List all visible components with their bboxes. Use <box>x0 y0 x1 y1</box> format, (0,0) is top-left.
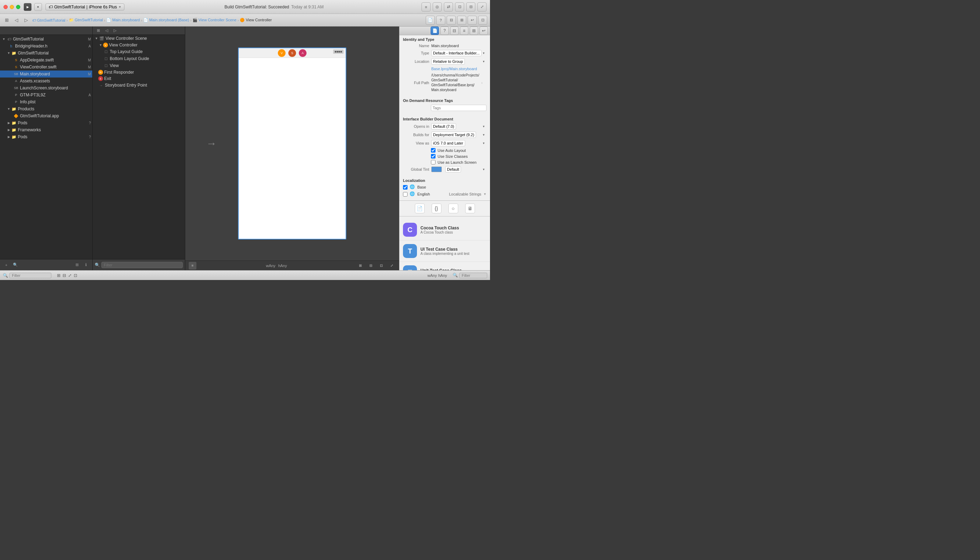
breadcrumb-mainstoryboard[interactable]: 📄 Main.storyboard <box>106 18 140 22</box>
status-icon-4[interactable]: ⊡ <box>74 273 77 278</box>
launch-screen-checkbox[interactable] <box>431 160 435 165</box>
nav-back-icon[interactable]: ◁ <box>103 27 110 34</box>
loc-base-checkbox[interactable] <box>403 185 408 190</box>
grid-view-icon[interactable]: ⊞ <box>3 17 10 24</box>
status-icon-2[interactable]: ⊟ <box>63 273 66 278</box>
layout-icon[interactable]: ⊟ <box>466 2 475 12</box>
status-filter-input[interactable] <box>10 273 51 278</box>
sidebar-item-pods2[interactable]: ▶ 📁 Pods ? <box>0 133 92 140</box>
location-select[interactable]: Relative to Group <box>431 58 465 65</box>
minimize-button[interactable] <box>10 5 14 9</box>
breadcrumb-base[interactable]: 📄 Main.storyboard (Base) <box>143 18 189 22</box>
sidebar-filter-icon[interactable]: 🔍 <box>12 262 19 268</box>
builds-for-select[interactable]: Deployment Target (9.2) <box>431 132 476 138</box>
scheme-selector[interactable]: 🏷 GtmSwiftTutorial | iPhone 6s Plus ▼ <box>45 3 124 10</box>
loc-english-checkbox[interactable] <box>403 192 408 197</box>
tags-input[interactable] <box>431 105 487 111</box>
nav-fwd-icon[interactable]: ▷ <box>112 27 119 34</box>
sidebar-item-app[interactable]: 🔶 GtmSwiftTutorial.app <box>0 112 92 119</box>
zoom-icon[interactable]: ⊡ <box>378 262 385 270</box>
size-inspector-icon[interactable]: ⊞ <box>470 27 478 35</box>
quick-help-icon[interactable]: ? <box>440 27 449 35</box>
status-icon-1[interactable]: ⊞ <box>57 273 60 278</box>
sidebar-item-products[interactable]: ▼ 📁 Products <box>0 105 92 112</box>
action-icon[interactable]: A <box>299 49 306 57</box>
expand-icon[interactable]: ⤢ <box>477 2 487 12</box>
sidebar-item-mainstoryboard[interactable]: SB Main.storyboard M <box>0 70 92 78</box>
share-icon[interactable]: S <box>288 49 296 57</box>
sidebar-item-bridging[interactable]: h BridgingHeader.h A <box>0 43 92 50</box>
close-button[interactable] <box>3 5 8 9</box>
sidebar-item-pods1[interactable]: ▶ 📁 Pods ? <box>0 119 92 127</box>
sidebar-item-folder[interactable]: ▼ 📁 GtmSwiftTutorial <box>0 50 92 57</box>
sidebar-item-assets[interactable]: A Assets.xcassets <box>0 78 92 85</box>
sidebar-item-viewcontroller-swift[interactable]: S ViewController.swift M <box>0 63 92 70</box>
size-class-icon[interactable]: ⊟ <box>367 262 375 270</box>
grid-icon[interactable]: ⊞ <box>95 27 102 34</box>
sidebar-item-infoplist[interactable]: P Info.plist <box>0 98 92 105</box>
template-ui-test[interactable]: T UI Test Case Class A class implementin… <box>400 240 490 262</box>
circle-icon-btn[interactable]: ○ <box>448 203 458 213</box>
forward-icon[interactable]: ▷ <box>22 17 30 24</box>
identity-inspector-icon[interactable]: ⊟ <box>450 27 458 35</box>
size-classes-checkbox[interactable] <box>431 154 435 158</box>
sidebar-item-appdelegate[interactable]: S AppDelegate.swift M <box>0 57 92 63</box>
template-unit-test[interactable]: T Unit Test Case Class A class implement… <box>400 262 490 270</box>
template-cocoa-touch[interactable]: C Cocoa Touch Class A Cocoa Touch class <box>400 219 490 240</box>
toggle-scene-icon[interactable]: ≡ <box>189 262 196 270</box>
sidebar-info-icon[interactable]: ℹ <box>82 262 89 268</box>
back-forward-icon[interactable]: ⇄ <box>444 2 453 12</box>
run-button[interactable] <box>24 3 32 11</box>
sidebar-item-launchscreen[interactable]: SB LaunchScreen.storyboard <box>0 85 92 92</box>
sidebar-view-icon[interactable]: ⊞ <box>74 262 80 268</box>
scene-view[interactable]: ☐ View <box>93 62 185 69</box>
status-icon-3[interactable]: ⤢ <box>68 273 72 278</box>
file-icon-btn[interactable]: 📄 <box>415 203 425 213</box>
opens-in-select[interactable]: Default (7.0) <box>431 123 456 130</box>
scene-vc-scene[interactable]: ▼ 🎬 View Controller Scene <box>93 35 185 42</box>
scene-entry-point[interactable]: → Storyboard Entry Point <box>93 82 185 89</box>
breadcrumb-gtm2[interactable]: 📁 GtmSwiftTutorial <box>69 18 103 22</box>
right-panel-icon[interactable]: ⊡ <box>478 16 487 25</box>
back-icon[interactable]: ◁ <box>13 17 20 24</box>
attributes-inspector-icon[interactable]: ≡ <box>460 27 468 35</box>
panel-icon[interactable]: ↩ <box>468 16 477 25</box>
vc-indicator-icon[interactable]: V <box>278 49 286 57</box>
device-icon-btn[interactable]: 🖥 <box>465 203 475 213</box>
code-icon-btn[interactable]: {} <box>431 203 442 213</box>
jump-bar-icon[interactable]: ⊞ <box>457 16 466 25</box>
device-frame[interactable]: V S A ■■■■ <box>238 47 346 240</box>
inspector-panel-icon[interactable]: ⊟ <box>447 16 456 25</box>
view-as-select[interactable]: iOS 7.0 and Later <box>431 140 465 146</box>
location-icon[interactable]: ◎ <box>433 2 442 12</box>
breadcrumb-vc[interactable]: 🟠 View Controller <box>240 18 272 22</box>
layout-toggle-icon[interactable]: ⊞ <box>356 262 364 270</box>
traffic-lights <box>3 5 20 9</box>
right-filter-input[interactable] <box>459 273 487 278</box>
scene-bottom-layout[interactable]: ☐ Bottom Layout Guide <box>93 55 185 62</box>
scene-vc[interactable]: ▼ V View Controller <box>93 42 185 48</box>
scene-top-layout[interactable]: ☐ Top Layout Guide <box>93 48 185 55</box>
help-icon[interactable]: ? <box>436 16 445 25</box>
stop-button[interactable] <box>34 3 42 11</box>
scene-exit[interactable]: E Exit <box>93 75 185 82</box>
type-select[interactable]: Default - Interface Builder... <box>431 50 482 56</box>
scene-first-responder[interactable]: R First Responder <box>93 69 185 75</box>
global-tint-swatch[interactable] <box>431 167 442 172</box>
editor-toggle-icon[interactable]: ⊡ <box>455 2 464 12</box>
global-tint-select[interactable]: Default <box>445 166 461 172</box>
breadcrumb-gtm1[interactable]: 🏷 GtmSwiftTutorial <box>32 18 65 22</box>
file-inspector-icon[interactable]: 📄 <box>431 27 439 35</box>
sidebar-item-frameworks[interactable]: ▶ 📁 Frameworks <box>0 127 92 133</box>
sidebar-item-root[interactable]: ▼ 🏷 GtmSwiftTutorial M <box>0 36 92 43</box>
auto-layout-checkbox[interactable] <box>431 148 435 153</box>
filter-input[interactable] <box>101 262 183 268</box>
sidebar-item-gtm[interactable]: P GTM-PT3L9Z A <box>0 92 92 98</box>
breadcrumb-vcscene[interactable]: 🎬 View Controller Scene <box>192 18 237 22</box>
maximize-button[interactable] <box>16 5 20 9</box>
connections-inspector-icon[interactable]: ↩ <box>480 27 488 35</box>
inspector-icon[interactable]: 📄 <box>426 16 435 25</box>
navigator-toggle-icon[interactable]: ≡ <box>421 2 431 12</box>
aspect-icon[interactable]: ⤢ <box>388 262 396 270</box>
add-icon[interactable]: + <box>3 262 10 268</box>
